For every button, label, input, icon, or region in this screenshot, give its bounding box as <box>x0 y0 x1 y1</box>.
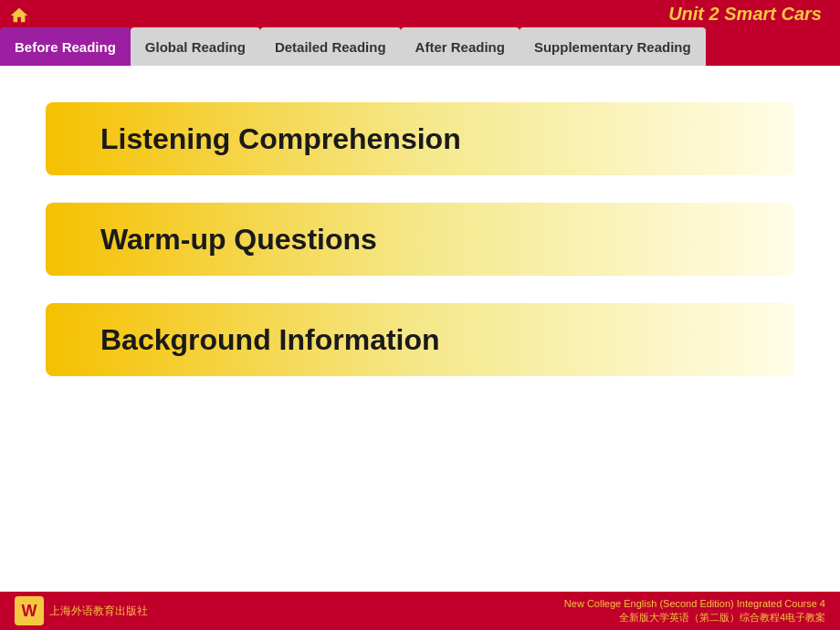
tab-after-reading[interactable]: After Reading <box>401 27 520 66</box>
warm-up-questions-button[interactable]: Warm-up Questions <box>46 203 794 276</box>
nav-tabs: Before Reading Global Reading Detailed R… <box>0 27 840 66</box>
footer-right-text: New College English (Second Edition) Int… <box>564 597 825 625</box>
home-icon-area <box>9 5 29 29</box>
tab-detailed-reading[interactable]: Detailed Reading <box>260 27 401 66</box>
footer-logo: W 上海外语教育出版社 <box>15 596 148 625</box>
footer: W 上海外语教育出版社 New College English (Second … <box>0 592 840 630</box>
main-content: Listening Comprehension Warm-up Question… <box>0 66 840 595</box>
listening-comprehension-button[interactable]: Listening Comprehension <box>46 102 794 175</box>
unit-title: Unit 2 Smart Cars <box>668 4 822 25</box>
footer-logo-text: 上海外语教育出版社 <box>49 604 148 619</box>
home-icon[interactable] <box>9 5 29 26</box>
listening-comprehension-label: Listening Comprehension <box>100 122 461 156</box>
header: Unit 2 Smart Cars <box>0 0 840 27</box>
tab-before-reading[interactable]: Before Reading <box>0 27 131 66</box>
background-information-label: Background Information <box>100 323 440 357</box>
tab-global-reading[interactable]: Global Reading <box>131 27 260 66</box>
background-information-button[interactable]: Background Information <box>46 303 794 376</box>
footer-logo-w: W <box>15 596 44 625</box>
tab-supplementary-reading[interactable]: Supplementary Reading <box>520 27 706 66</box>
warm-up-questions-label: Warm-up Questions <box>100 223 377 257</box>
